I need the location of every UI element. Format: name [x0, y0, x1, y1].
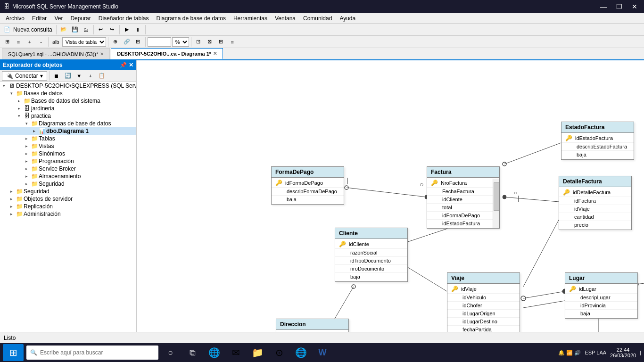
tree-item-replication[interactable]: ▸📁Replicación — [0, 203, 136, 210]
table-header-cliente[interactable]: Cliente — [335, 228, 407, 239]
zoom-in-btn[interactable]: + — [25, 37, 35, 47]
oe-filter-btn[interactable]: ▼ — [74, 71, 84, 81]
taskbar-task-view[interactable]: ⧉ — [183, 344, 202, 361]
zoom-out-btn[interactable]: - — [36, 37, 46, 47]
table-header-estadofactura[interactable]: EstadoFactura — [561, 122, 634, 133]
text-view-btn[interactable]: ≡ — [13, 37, 24, 47]
relationship-btn[interactable]: 🔗 — [122, 37, 132, 47]
tree-expand-service-broker[interactable]: ▸ — [23, 166, 30, 171]
open-button[interactable]: 📂 — [58, 25, 69, 35]
zoom-dropdown[interactable]: % — [172, 37, 189, 47]
menu-editar[interactable]: Editar — [28, 14, 50, 23]
menu-diagrama[interactable]: Diagrama de base de datos — [152, 14, 229, 23]
tree-expand-programacion[interactable]: ▸ — [23, 159, 30, 164]
tree-item-tables[interactable]: ▸📁Tablas — [0, 135, 136, 142]
tree-expand-server-objects[interactable]: ▸ — [8, 197, 15, 201]
taskbar-explorer[interactable]: 📁 — [248, 344, 267, 361]
debug-button[interactable]: ⏸ — [133, 25, 143, 35]
tree-expand-views[interactable]: ▸ — [23, 144, 30, 148]
diagram-area[interactable]: ○ | ○ | EstadoFactura🔑idEstadoFacturades… — [137, 60, 644, 332]
tree-expand-replication[interactable]: ▸ — [8, 204, 15, 209]
zoom-input[interactable]: 90% — [148, 37, 171, 47]
tree-expand-server[interactable]: ▾ — [0, 83, 8, 88]
menu-archivo[interactable]: Archivo — [2, 14, 28, 23]
menu-ayuda[interactable]: Ayuda — [336, 14, 359, 23]
taskbar-chrome[interactable]: ⊙ — [270, 344, 289, 361]
save-button[interactable]: 💾 — [70, 25, 80, 35]
tree-item-seguridad[interactable]: ▸📁Seguridad — [0, 188, 136, 195]
tree-item-jardineria[interactable]: ▸🗄jardineria — [0, 105, 136, 112]
tree-expand-admin[interactable]: ▸ — [8, 212, 15, 216]
tree-item-seguridad-db[interactable]: ▸📁Seguridad — [0, 180, 136, 188]
tree-item-dbo-diagram1[interactable]: ▸📊dbo.Diagrama 1 — [0, 127, 136, 135]
undo-button[interactable]: ↩ — [96, 25, 106, 35]
taskbar-edge[interactable]: 🌐 — [205, 344, 223, 361]
extra-btn4[interactable]: ≡ — [227, 37, 238, 47]
tab-sqlquery[interactable]: SQLQuery1.sql - ...OHIO\ADMIN (53))* ✕ — [2, 48, 110, 59]
close-button[interactable]: ✕ — [629, 2, 640, 11]
oe-refresh-btn[interactable]: 🔄 — [63, 71, 73, 81]
table-header-direccion[interactable]: Direccion — [276, 319, 348, 330]
tree-item-sys-dbs[interactable]: ▸📁Bases de datos del sistema — [0, 97, 136, 105]
grid-view-btn[interactable]: ⊞ — [2, 37, 12, 47]
oe-pin[interactable]: 📌 — [120, 62, 127, 68]
tree-expand-almacenamiento[interactable]: ▸ — [23, 174, 30, 179]
arrange-btn[interactable]: ⊞ — [133, 37, 143, 47]
extra-btn1[interactable]: ⊡ — [193, 37, 204, 47]
taskbar-app5[interactable]: 🌐 — [291, 344, 310, 361]
tree-item-views[interactable]: ▸📁Vistas — [0, 142, 136, 150]
tab-diagram-close[interactable]: ✕ — [213, 51, 217, 56]
tree-expand-sys-dbs[interactable]: ▸ — [15, 99, 23, 103]
table-header-lugar[interactable]: Lugar — [565, 273, 637, 284]
tree-item-admin[interactable]: ▸📁Administración — [0, 210, 136, 218]
table-header-factura[interactable]: Factura — [427, 167, 499, 178]
tree-item-programacion[interactable]: ▸📁Programación — [0, 157, 136, 165]
oe-disconnect-btn[interactable]: ⏹ — [51, 71, 62, 81]
table-header-viaje[interactable]: Viaje — [447, 273, 520, 284]
menu-comunidad[interactable]: Comunidad — [299, 14, 336, 23]
tree-expand-sinonimos[interactable]: ▸ — [23, 151, 30, 156]
tree-expand-jardineria[interactable]: ▸ — [15, 106, 23, 111]
tree-item-service-broker[interactable]: ▸📁Service Broker — [0, 165, 136, 173]
scrollbar-thumb[interactable] — [494, 182, 499, 211]
menu-herramientas[interactable]: Herramientas — [230, 14, 271, 23]
save-all-button[interactable]: 🗂 — [81, 25, 91, 35]
table-scrollbar[interactable] — [493, 179, 499, 228]
tree-expand-databases[interactable]: ▾ — [8, 91, 15, 96]
taskbar-cortana[interactable]: ○ — [161, 344, 180, 361]
tree-item-diagrams[interactable]: ▾📁Diagramas de base de datos — [0, 120, 136, 127]
maximize-button[interactable]: ❐ — [613, 2, 625, 11]
show-desktop[interactable]: | — [640, 350, 641, 355]
new-query-button[interactable]: 📄 — [2, 25, 12, 35]
minimize-button[interactable]: — — [597, 2, 610, 11]
tree-expand-diagrams[interactable]: ▾ — [23, 121, 30, 126]
execute-button[interactable]: ▶ — [122, 25, 132, 35]
view-dropdown[interactable]: Vista de tabla — [62, 37, 106, 47]
menu-depurar[interactable]: Depurar — [66, 14, 94, 23]
tree-expand-seguridad-db[interactable]: ▸ — [23, 181, 30, 186]
taskbar-word[interactable]: W — [313, 344, 332, 361]
tree-item-server[interactable]: ▾🖥DESKTOP-5C2OHIO\SQLEXPRESS (SQL Server — [0, 82, 136, 90]
tree-item-databases[interactable]: ▾📁Bases de datos — [0, 90, 136, 97]
taskbar-mail[interactable]: ✉ — [226, 344, 245, 361]
oe-close[interactable]: ✕ — [129, 62, 133, 68]
tree-expand-practica[interactable]: ▾ — [15, 114, 23, 118]
tab-diagram[interactable]: DESKTOP-5C2OHIO...ca - Diagrama 1* ✕ — [111, 48, 223, 59]
menu-ventana[interactable]: Ventana — [271, 14, 299, 23]
start-button[interactable]: ⊞ — [3, 344, 24, 361]
menu-disenador[interactable]: Diseñador de tablas — [95, 14, 153, 23]
oe-report-btn[interactable]: 📋 — [97, 71, 107, 81]
tab-sqlquery-close[interactable]: ✕ — [100, 51, 104, 57]
title-controls[interactable]: — ❐ ✕ — [597, 2, 640, 11]
tree-expand-seguridad[interactable]: ▸ — [8, 189, 15, 194]
oe-header-controls[interactable]: 📌 ✕ — [120, 62, 133, 68]
table-header-detallefactura[interactable]: DetalleFactura — [559, 176, 631, 187]
extra-btn2[interactable]: ⊠ — [205, 37, 215, 47]
menu-ver[interactable]: Ver — [50, 14, 66, 23]
tree-expand-tables[interactable]: ▸ — [23, 136, 30, 141]
add-table-btn[interactable]: ⊕ — [110, 37, 121, 47]
tree-item-almacenamiento[interactable]: ▸📁Almacenamiento — [0, 173, 136, 180]
tree-item-practica[interactable]: ▾🗄practica — [0, 112, 136, 120]
tree-item-sinonimos[interactable]: ▸📁Sinónimos — [0, 150, 136, 157]
tree-expand-dbo-diagram1[interactable]: ▸ — [30, 129, 38, 133]
